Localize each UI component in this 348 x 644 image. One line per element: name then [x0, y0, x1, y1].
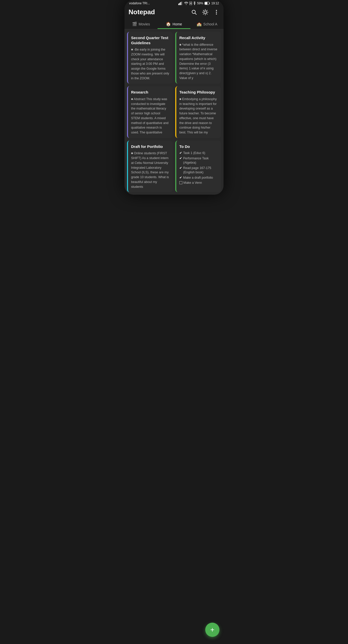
- app-bar-actions: [191, 9, 219, 15]
- todo-text-1: Task 1 (Educ 6): [183, 151, 205, 156]
- svg-rect-2: [180, 2, 181, 5]
- todo-text-5: Make a Venn: [183, 181, 202, 185]
- app-bar: Notepad: [124, 6, 224, 19]
- note-title-2: Recall Activity: [179, 35, 218, 40]
- svg-rect-0: [178, 4, 179, 5]
- home-tab-label: Home: [172, 22, 182, 26]
- todo-text-4: Make a draft portfolio: [183, 176, 213, 180]
- svg-line-18: [207, 13, 207, 14]
- notes-grid: Second Quarter Test Guidelines ■ -Be ear…: [124, 29, 224, 195]
- svg-line-19: [207, 10, 207, 11]
- battery-text: 59%: [197, 2, 203, 5]
- todo-item-3: ✔ Read page 167-175 (English book): [179, 166, 218, 175]
- svg-point-12: [204, 11, 207, 13]
- phone-frame: vodafone TRI...: [124, 0, 224, 195]
- svg-rect-1: [179, 3, 180, 5]
- search-button[interactable]: [191, 9, 197, 15]
- school-tab-emoji: 🏫: [197, 22, 202, 26]
- movies-tab-label: Movies: [139, 22, 150, 26]
- svg-point-7: [194, 4, 195, 5]
- note-body-1: ■ -Be early in joining the ZOOM meeting.…: [131, 47, 170, 81]
- note-card-2[interactable]: Recall Activity ■ *what is the differenc…: [175, 32, 221, 84]
- note-body-3: ■ Abstract This study was conducted to i…: [131, 97, 170, 135]
- movies-tab-emoji: 🎬: [132, 22, 137, 26]
- todo-item-5: Make a Venn: [179, 181, 218, 185]
- status-right: 59% 19:12: [178, 2, 219, 5]
- school-tab-label: School A: [203, 22, 217, 26]
- wifi-icon: [184, 2, 188, 5]
- checkmark-1: ✔: [179, 151, 182, 156]
- sim-icon: [189, 2, 192, 5]
- svg-point-21: [216, 10, 217, 11]
- note-card-5[interactable]: Draft for Portfolio ■ Online students (F…: [127, 141, 173, 192]
- home-tab-emoji: 🏠: [166, 22, 171, 26]
- tab-school[interactable]: 🏫 School A: [191, 19, 224, 29]
- more-options-button[interactable]: [213, 9, 219, 15]
- checkmark-3: ✔: [179, 166, 182, 171]
- battery-icon: [204, 2, 210, 5]
- note-card-4[interactable]: Teaching Philosopy ■ Embodying a philoso…: [175, 86, 221, 138]
- checkbox-empty-5: [179, 181, 182, 184]
- note-title-6: To Do: [179, 144, 218, 149]
- svg-line-11: [195, 13, 197, 14]
- todo-text-3: Read page 167-175 (English book): [183, 166, 218, 175]
- note-title-1: Second Quarter Test Guidelines: [131, 35, 170, 45]
- todo-item-4: ✔ Make a draft portfolio: [179, 176, 218, 180]
- svg-point-22: [216, 12, 217, 13]
- note-card-6[interactable]: To Do ✔ Task 1 (Educ 6) ✔ Performance Ta…: [175, 141, 221, 192]
- note-body-4: ■ Embodying a philosophy in teaching is …: [179, 97, 218, 135]
- todo-item-2: ✔ Performance Task (Algebra): [179, 156, 218, 165]
- tabs-container: 🎬 Movies 🏠 Home 🏫 School A: [124, 19, 224, 29]
- checkmark-2: ✔: [179, 156, 182, 161]
- note-card-3[interactable]: Research ■ Abstract This study was condu…: [127, 86, 173, 138]
- note-body-2: ■ *what is the difference between direct…: [179, 42, 218, 81]
- note-card-1[interactable]: Second Quarter Test Guidelines ■ -Be ear…: [127, 32, 173, 84]
- signal-icon: [178, 2, 183, 5]
- note-title-3: Research: [131, 90, 170, 95]
- svg-point-23: [216, 13, 217, 14]
- tab-movies[interactable]: 🎬 Movies: [124, 19, 157, 29]
- brightness-button[interactable]: [202, 9, 208, 15]
- checkmark-4: ✔: [179, 176, 182, 180]
- note-title-5: Draft for Portfolio: [131, 144, 170, 149]
- svg-line-17: [203, 10, 204, 11]
- todo-text-2: Performance Task (Algebra): [183, 156, 218, 165]
- usb-icon: [193, 2, 196, 5]
- app-title: Notepad: [129, 8, 155, 16]
- svg-rect-3: [181, 2, 182, 5]
- status-bar: vodafone TRI...: [124, 0, 224, 6]
- note-body-6: ✔ Task 1 (Educ 6) ✔ Performance Task (Al…: [179, 151, 218, 186]
- svg-line-20: [203, 13, 204, 14]
- note-body-5: ■ Online students (FIRST SHIFT) As a stu…: [131, 151, 170, 189]
- note-title-4: Teaching Philosopy: [179, 90, 218, 95]
- carrier-text: vodafone TRI...: [129, 2, 150, 5]
- time-text: 19:12: [211, 2, 219, 5]
- tab-home[interactable]: 🏠 Home: [157, 19, 191, 29]
- svg-rect-9: [205, 2, 207, 5]
- todo-item-1: ✔ Task 1 (Educ 6): [179, 151, 218, 156]
